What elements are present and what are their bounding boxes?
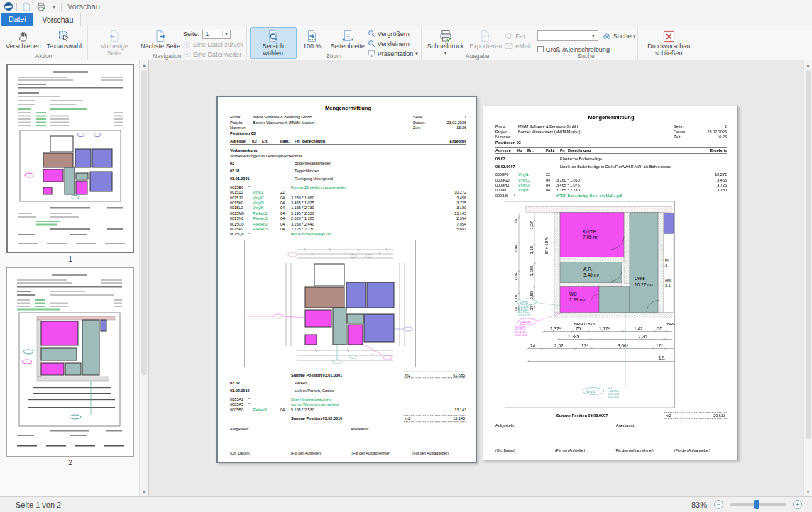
qat-document-icon[interactable] [21,1,32,12]
positionen-line: Positionen 03 [230,131,466,136]
cell-fn: 04 [280,206,291,211]
search-combobox[interactable]: ▾ [537,30,598,41]
preview-scroll-up-icon[interactable]: ▲ [804,60,812,69]
zoom-out-button[interactable]: − [714,500,723,509]
sum-row-1: Summe Position 03.03.0007 m2 20,633 [495,412,727,418]
dim-bottom: 24 [530,343,536,347]
dim-left: 1,37 [530,221,534,229]
verkleinern-button[interactable]: Verkleinern [368,39,418,48]
cell-erl [518,193,546,198]
sum-value: 13,143 [453,416,465,421]
section-desc: Liefern Parkett, Casino [295,388,466,393]
preview-scroll-thumb[interactable] [806,70,811,439]
exportieren-button[interactable]: Exportieren [466,27,505,52]
cell-fn: 04 [546,188,556,193]
cell-ergebnis: 13,143 [431,407,466,412]
signature-field: (Ort, Datum) [230,450,284,455]
meta-label: Zeit: [413,125,434,130]
close-preview-icon [662,29,676,43]
cell-adresse: 0008J0 [495,193,514,198]
zoom-slider[interactable] [730,503,786,506]
eine-datei-zurueck-button[interactable]: Eine Datei zurück [183,40,243,49]
meta-value: Bonner Wasserwerk (MWM-Muster) [253,120,413,125]
sidebar-scroll-down-icon[interactable]: ▼ [140,487,148,496]
cell-berechnung: 2.020 * 1.185 [291,216,431,221]
vergroessern-button[interactable]: Vergrößern [368,29,418,38]
group-label-suche: Suche [534,52,638,60]
calc-row: 0015Q0 * #PDF Bodenbeläge.pdf [230,232,466,237]
doc-title: Mengenermittlung [495,113,727,121]
seitenbreite-button[interactable]: Seitenbreite [328,27,368,52]
cell-adresse: 0005B0 [230,407,248,412]
cell-berechnung: 3.465 * 1.075 [291,200,431,205]
cell-fn: 04 [280,407,291,412]
col-fn: Fn [295,138,302,143]
page-spinner-caret-icon[interactable]: ▾ [222,31,230,37]
cell-fn [280,396,291,401]
preview-scrollbar[interactable]: ▲ ▼ [803,60,812,496]
cell-adresse: 0008I0 [495,188,514,193]
cell-fn: 04 [280,195,291,200]
tab-datei[interactable]: Datei [1,13,33,26]
suchen-button[interactable]: Suchen [603,31,635,40]
cell-adresse: 0015M0 [230,211,248,216]
sidebar-scrollbar[interactable]: ▲ ▼ [139,60,148,496]
signature-field: (Für den Auftraggeber) [412,450,466,455]
sum-unit: m2 [666,413,671,418]
col-fakt: Fakt. [546,148,560,152]
cell-ergebnis: 3,180 [431,206,466,211]
thumbnail-wrap-2: 2 [6,267,134,467]
meta-value: Bonner Wasserwerk (MWM-Muster) [518,129,674,134]
preview-area: Mengenermittlung Firma: MWM Software & B… [150,60,812,496]
qat-customize-caret[interactable]: ▾ [50,4,57,10]
textauswahl-button[interactable]: Textauswahl [44,27,85,52]
tab-vorschau[interactable]: Vorschau [35,13,82,26]
hand-icon [17,29,30,43]
cell-fn: 04 [546,177,556,182]
page-number-input[interactable]: 1 ▾ [202,30,231,39]
checkbox-icon[interactable] [537,46,544,52]
cell-adresse: 0005A5 [230,402,248,407]
cell-berechnung: 1.165 * 2.730 [556,188,691,193]
sum-unit: m2 [405,416,411,421]
preview-scroll-down-icon[interactable]: ▼ [804,487,812,496]
verschieben-button[interactable]: Verschieben [3,27,44,52]
dim-bottom: 17⁵ [656,343,663,347]
cell-ergebnis: 7,954 [431,221,466,226]
zoom-in-button[interactable]: + [793,500,802,509]
zoom-out-icon [368,40,375,48]
binoculars-icon [603,32,611,40]
email-button[interactable]: eMail [505,41,531,50]
cell-erl: Fliesen2 [253,221,280,226]
sum-value: 61,685 [453,372,465,377]
meta-label: Zeit: [674,134,695,139]
cell-adresse: 0008G0 [495,177,514,182]
thumbnail-page-1[interactable] [6,64,134,253]
section-list-2: 03.02 Parkett 03.02.0010 Liefern Parkett… [230,381,466,394]
fax-button[interactable]: Fax [505,31,531,40]
meta-label: Projekt: [230,120,253,125]
col-ergebnis: Ergebnis [691,148,727,152]
thumbnail-wrap-1: 1 [6,64,134,263]
meta-value: 1 [434,115,466,120]
zoom-slider-thumb[interactable] [754,500,759,509]
cell-berechnung: nur im Wohnzimmer verlegt [291,402,431,407]
hundert-prozent-button[interactable]: 100 % [297,27,328,52]
calc-row: 0015J0 VinylC 04 3.260 * 1.060 3,456 [230,195,466,200]
meta-label: Seite: [674,124,695,129]
calc-row: 0015L0 VinylK 04 1.165 * 2.730 3,180 [230,206,466,211]
cell-ergebnis [431,232,466,237]
signature-field: (Für den Auftraggeber) [674,447,727,452]
textauswahl-label: Textauswahl [47,43,82,50]
cell-berechnung: 3.260 * 2.440 [291,221,431,226]
qat-print-icon[interactable] [35,1,47,12]
thumbnail-page-2[interactable] [6,267,134,457]
naechste-seite-button[interactable]: Nächste Seite [138,27,183,52]
sidebar-scroll-up-icon[interactable]: ▲ [140,60,148,69]
druckvorschau-schliessen-button[interactable]: Druckvorschau schließen [641,27,696,59]
zoom-percent: 83% [691,501,707,509]
sidebar-scroll-thumb[interactable] [141,70,147,375]
search-combobox-caret-icon[interactable]: ▾ [589,33,598,39]
cell-ergebnis: 3,725 [431,200,466,205]
calc-row: 0015M0 Parkett1 04 5.195 * 2.530 13,143 [230,211,466,216]
